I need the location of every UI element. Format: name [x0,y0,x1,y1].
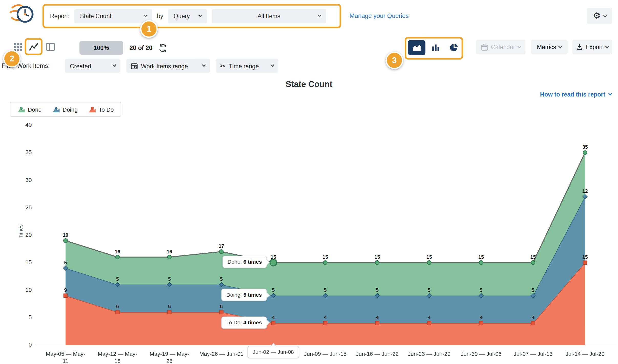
work-items-range-button[interactable]: Work Items range [126,59,210,73]
chart-point-to-do[interactable] [583,261,587,264]
query-select[interactable]: Query [168,9,207,23]
value-label: 9 [64,287,67,293]
refresh-button[interactable] [158,43,167,53]
square-marker-icon [88,106,96,113]
chart-point-done[interactable] [167,255,172,259]
value-label: 17 [219,243,224,249]
by-label: by [157,13,163,19]
report-select[interactable]: State Count [74,9,152,23]
how-to-read-link[interactable]: How to read this report [540,91,612,98]
chart-point-to-do[interactable] [479,321,483,325]
legend-label: Doing [63,106,78,113]
chart-point-to-do[interactable] [116,310,119,314]
chevron-down-icon [605,44,609,48]
chart-point-to-do[interactable] [64,294,67,297]
chevron-down-icon [317,13,321,17]
chevron-down-icon [112,63,116,67]
chart-point-done[interactable] [219,250,223,254]
items-select-value: All Items [258,13,280,19]
chart-point-to-do[interactable] [427,321,431,325]
chart-point-done[interactable] [479,261,483,265]
value-label: 5 [428,287,431,293]
area-chart-icon [412,43,422,52]
chart-point-to-do[interactable] [323,321,327,325]
created-select-value: Created [70,62,91,69]
chart-point-to-do[interactable] [272,321,275,325]
legend-label: Done [28,106,42,113]
time-range-label: Time range [229,62,259,69]
chevron-down-icon [608,92,612,95]
chart-point-done[interactable] [115,255,120,259]
legend-label: To Do [99,106,114,113]
value-label: 4 [324,315,327,320]
value-label: 5 [272,287,275,293]
area-band-done [66,153,585,296]
chart-point-to-do[interactable] [168,310,171,314]
panel-view-button[interactable] [45,41,56,52]
chart-type-bar-button[interactable] [427,40,444,55]
diamond-marker-icon [52,106,60,113]
chevron-down-icon [558,44,562,48]
chart-point-done[interactable] [323,261,327,265]
panel-view-icon [46,42,55,51]
chart-point-done[interactable] [427,261,431,265]
manage-queries-link[interactable]: Manage your Queries [349,12,409,19]
value-label: 6 [116,304,119,309]
state-count-chart[interactable]: 9666444444155555555555121916161715151515… [0,119,618,364]
value-label: 4 [480,315,483,320]
calendar-button[interactable]: Calendar [476,40,525,54]
value-label: 5 [168,276,171,282]
chart-point-to-do[interactable] [375,321,379,325]
grid-icon [14,42,23,51]
value-label: 16 [167,249,172,254]
gear-icon: ⚙ [593,12,601,20]
value-label: 5 [532,287,535,293]
items-count: 20 of 20 [130,45,153,52]
legend-item-doing[interactable]: Doing [52,106,78,113]
annotation-badge-2: 2 [3,50,20,67]
chevron-down-icon [144,13,147,17]
legend-item-done[interactable]: Done [17,106,41,113]
calendar-icon [481,44,488,51]
chart-point-to-do[interactable] [220,310,223,314]
report-controls: Report: State Count by Query All Items [50,9,326,23]
bar-chart-icon [431,43,440,52]
zoom-level-button[interactable]: 100% [79,41,123,55]
report-label: Report: [50,13,69,19]
chevron-down-icon [517,44,521,48]
chart-type-area-button[interactable] [408,40,425,55]
value-label: 4 [272,315,275,320]
chart-view-button[interactable] [27,40,40,53]
chart-point-done[interactable] [531,261,535,265]
value-label: 6 [220,304,223,309]
value-label: 5 [376,287,379,293]
metrics-button[interactable]: Metrics [531,40,568,54]
metrics-button-label: Metrics [537,44,556,50]
query-select-value: Query [174,13,190,19]
value-label: 5 [116,276,119,282]
chart-point-done[interactable] [63,239,68,243]
value-label: 15 [375,254,380,260]
value-label: 6 [168,304,171,309]
chart-point-done[interactable] [583,151,587,155]
legend-item-to-do[interactable]: To Do [88,106,114,113]
value-label: 4 [376,315,379,320]
items-select[interactable]: All Items [212,9,326,23]
value-label: 15 [478,254,484,260]
created-select[interactable]: Created [65,59,120,73]
export-button[interactable]: Export [572,40,613,54]
annotation-badge-3: 3 [386,52,403,69]
refresh-icon [158,44,167,52]
chart-point-to-do[interactable] [531,321,535,325]
time-range-button[interactable]: ✂ Time range [216,59,278,73]
chart-point-done[interactable] [375,261,379,265]
settings-button[interactable]: ⚙ [587,8,612,24]
page-title: State Count [0,79,618,89]
report-select-value: State Count [80,13,111,19]
value-label: 15 [271,254,276,260]
line-chart-icon [28,41,39,52]
value-label: 5 [480,287,483,293]
chart-type-pie-button[interactable] [445,40,463,55]
circle-marker-icon [17,106,25,113]
chart-point-done[interactable] [270,259,276,266]
